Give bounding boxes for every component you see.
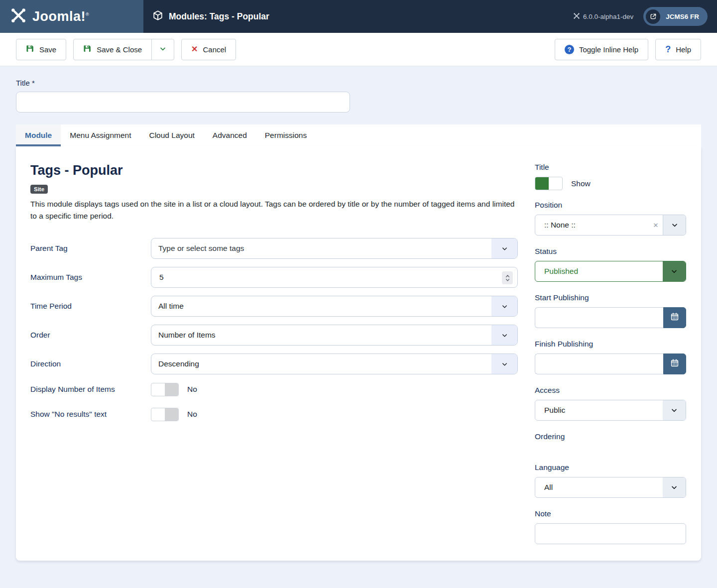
cancel-button[interactable]: ✕ Cancel <box>181 39 236 60</box>
tab-cloud-layout[interactable]: Cloud Layout <box>140 124 203 146</box>
time-period-row: Time Period All time <box>30 296 518 317</box>
save-close-split: Save & Close <box>73 39 174 60</box>
module-heading: Tags - Popular <box>30 163 518 178</box>
tab-bar: Module Menu Assignment Cloud Layout Adva… <box>16 124 701 146</box>
direction-row: Direction Descending <box>30 353 518 374</box>
number-spinner[interactable] <box>502 271 513 284</box>
app-header: Joomla!® Modules: Tags - Popular 6.0.0-a… <box>0 0 717 33</box>
language-field: Language All <box>535 463 686 498</box>
finish-publishing-input[interactable] <box>535 353 663 374</box>
logo-wordmark: Joomla!® <box>32 9 89 24</box>
time-period-select[interactable]: All time <box>151 296 518 317</box>
clear-icon[interactable]: ✕ <box>649 215 663 235</box>
save-close-button[interactable]: Save & Close <box>73 39 152 60</box>
start-publishing-input[interactable] <box>535 307 663 328</box>
display-number-toggle[interactable] <box>151 383 179 396</box>
tab-module[interactable]: Module <box>16 124 61 146</box>
start-publishing-label: Start Publishing <box>535 293 686 302</box>
save-button[interactable]: Save <box>16 39 66 60</box>
no-results-value: No <box>187 410 197 419</box>
question-circle-icon: ? <box>565 45 574 54</box>
chevron-down-icon <box>663 215 686 235</box>
show-title-label: Title <box>535 163 686 172</box>
calendar-icon <box>670 312 679 323</box>
access-field: Access Public <box>535 386 686 421</box>
save-icon <box>83 44 92 54</box>
ordering-field: Ordering <box>535 432 686 449</box>
version-info: 6.0.0-alpha1-dev <box>573 12 633 21</box>
module-description: This module displays tags used on the si… <box>30 198 518 222</box>
maximum-tags-input[interactable] <box>158 272 496 282</box>
chevron-down-icon <box>491 238 517 258</box>
header-right: 6.0.0-alpha1-dev JCMS6 FR <box>573 0 717 33</box>
no-results-toggle[interactable] <box>151 408 179 421</box>
start-publishing-calendar-button[interactable] <box>663 307 686 328</box>
maximum-tags-field <box>151 267 518 288</box>
language-value: All <box>535 477 663 497</box>
module-cube-icon <box>152 10 163 23</box>
tab-permissions[interactable]: Permissions <box>256 124 316 146</box>
toggle-inline-help-button[interactable]: ? Toggle Inline Help <box>555 39 648 60</box>
language-label: Language <box>535 463 686 472</box>
position-field: Position :: None :: ✕ <box>535 201 686 235</box>
display-number-row: Display Number of Items No <box>30 382 518 396</box>
direction-value: Descending <box>151 354 491 374</box>
access-select[interactable]: Public <box>535 400 686 421</box>
chevron-down-icon <box>663 477 686 497</box>
parent-tag-label: Parent Tag <box>30 244 151 253</box>
chevron-down-icon <box>491 296 517 316</box>
help-button[interactable]: ? Help <box>655 39 701 60</box>
joomla-logo-icon <box>10 7 27 26</box>
maximum-tags-row: Maximum Tags <box>30 267 518 288</box>
joomla-version-icon <box>573 12 580 21</box>
tab-menu-assignment[interactable]: Menu Assignment <box>61 124 140 146</box>
chevron-down-icon <box>663 261 686 281</box>
status-field: Status Published <box>535 247 686 282</box>
no-results-label: Show "No results" text <box>30 410 151 419</box>
order-value: Number of Items <box>151 325 491 345</box>
version-text: 6.0.0-alpha1-dev <box>583 13 633 20</box>
time-period-value: All time <box>151 296 491 316</box>
order-select[interactable]: Number of Items <box>151 325 518 346</box>
note-field: Note <box>535 509 686 544</box>
order-row: Order Number of Items <box>30 325 518 346</box>
no-results-row: Show "No results" text No <box>30 407 518 421</box>
chevron-down-icon <box>491 325 517 345</box>
display-number-label: Display Number of Items <box>30 385 151 394</box>
chevron-down-icon <box>159 45 167 54</box>
module-form: Tags - Popular Site This module displays… <box>30 163 518 561</box>
direction-select[interactable]: Descending <box>151 353 518 374</box>
note-input[interactable] <box>535 523 686 544</box>
logo-area[interactable]: Joomla!® <box>0 0 143 33</box>
parent-tag-select[interactable]: Type or select some tags <box>151 238 518 259</box>
cancel-label: Cancel <box>203 45 227 54</box>
position-select[interactable]: :: None :: ✕ <box>535 215 686 235</box>
finish-publishing-calendar-button[interactable] <box>663 353 686 374</box>
chevron-down-icon <box>491 354 517 374</box>
finish-publishing-label: Finish Publishing <box>535 340 686 349</box>
parent-tag-placeholder: Type or select some tags <box>151 238 491 258</box>
show-title-toggle[interactable] <box>535 177 563 190</box>
title-label: Title * <box>16 79 701 87</box>
tab-advanced[interactable]: Advanced <box>204 124 256 146</box>
language-select[interactable]: All <box>535 477 686 498</box>
header-title-area: Modules: Tags - Popular <box>143 0 573 33</box>
status-select[interactable]: Published <box>535 261 686 282</box>
toolbar: Save Save & Close <box>0 33 717 66</box>
preview-site-button[interactable]: JCMS6 FR <box>643 7 708 26</box>
display-number-value: No <box>187 385 197 394</box>
note-label: Note <box>535 509 686 518</box>
save-options-dropdown-button[interactable] <box>151 39 174 60</box>
external-link-icon <box>646 9 660 24</box>
position-label: Position <box>535 201 686 210</box>
status-label: Status <box>535 247 686 256</box>
preview-site-label: JCMS6 FR <box>666 13 699 20</box>
chevron-down-icon <box>663 400 686 420</box>
parent-tag-row: Parent Tag Type or select some tags <box>30 238 518 259</box>
show-title-value: Show <box>571 179 591 188</box>
close-icon: ✕ <box>191 45 198 53</box>
module-panel: Tags - Popular Site This module displays… <box>16 146 701 561</box>
title-input[interactable] <box>16 92 350 113</box>
help-label: Help <box>676 45 691 54</box>
save-icon <box>26 44 34 54</box>
